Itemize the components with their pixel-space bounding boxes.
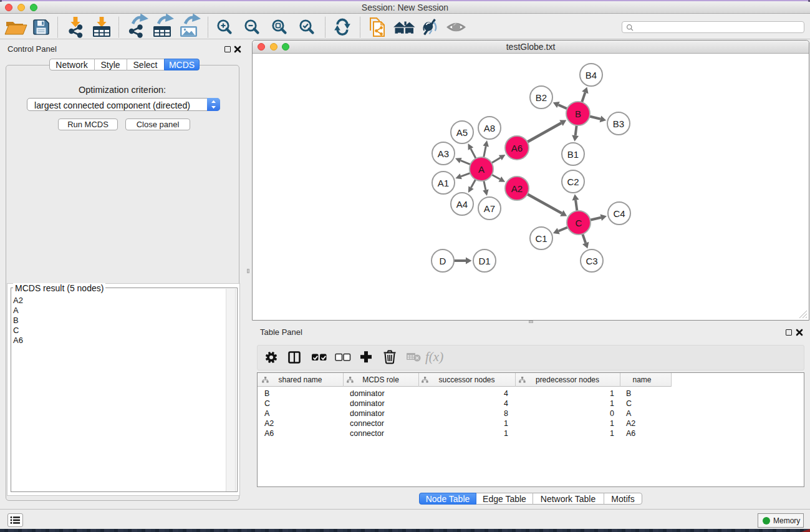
svg-text:C4: C4 [613,208,625,219]
svg-text:D: D [440,256,446,266]
svg-text:C2: C2 [567,177,579,187]
svg-text:A2: A2 [511,183,523,194]
svg-text:C1: C1 [535,233,547,244]
svg-text:A7: A7 [484,203,495,214]
svg-text:B1: B1 [567,149,579,160]
svg-text:C3: C3 [586,256,597,266]
svg-text:B4: B4 [586,70,597,80]
svg-text:A1: A1 [438,178,449,188]
svg-text:A: A [478,164,485,175]
svg-text:A6: A6 [511,143,523,153]
svg-text:A4: A4 [456,199,468,210]
svg-text:C: C [576,218,582,228]
svg-text:B2: B2 [536,92,547,103]
svg-text:A5: A5 [456,127,468,138]
svg-text:A3: A3 [438,148,449,159]
svg-text:B: B [575,109,581,119]
svg-text:B3: B3 [613,118,624,129]
svg-text:D1: D1 [478,256,490,266]
svg-text:A8: A8 [484,123,495,133]
